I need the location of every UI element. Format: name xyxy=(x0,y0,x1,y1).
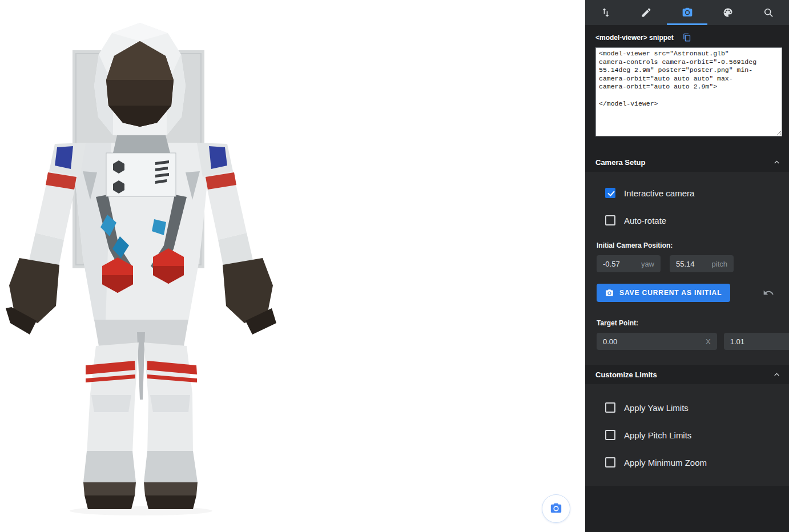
section-title: Customize Limits xyxy=(595,370,772,379)
viewport-canvas[interactable] xyxy=(0,0,585,532)
camera-icon xyxy=(682,7,693,18)
target-y-field[interactable]: Y xyxy=(724,333,789,350)
spacer xyxy=(585,136,789,152)
search-icon xyxy=(763,7,774,18)
checkbox-label: Interactive camera xyxy=(624,188,694,198)
pitch-input[interactable] xyxy=(676,260,710,268)
apply-yaw-limits-row[interactable]: Apply Yaw Limits xyxy=(585,401,789,414)
checkbox-label: Apply Yaw Limits xyxy=(624,403,689,413)
snippet-label: <model-viewer> snippet xyxy=(595,34,674,42)
interactive-camera-checkbox[interactable] xyxy=(605,188,615,198)
snippet-code-textarea[interactable]: <model-viewer src="Astronaut.glb" camera… xyxy=(595,47,782,136)
apply-minimum-zoom-row[interactable]: Apply Minimum Zoom xyxy=(585,456,789,469)
app: <model-viewer> snippet <model-viewer src… xyxy=(0,0,789,532)
auto-rotate-checkbox[interactable] xyxy=(605,215,615,225)
checkbox-label: Apply Minimum Zoom xyxy=(624,458,707,467)
copy-icon xyxy=(683,33,691,42)
pitch-suffix: pitch xyxy=(712,260,727,268)
camera-setup-body: Interactive camera Auto-rotate Initial C… xyxy=(585,172,789,365)
yaw-input[interactable] xyxy=(603,260,639,268)
save-row: SAVE CURRENT AS INITIAL xyxy=(597,284,778,302)
camera-fab-button[interactable] xyxy=(542,494,570,523)
palette-icon xyxy=(722,7,734,18)
auto-rotate-row[interactable]: Auto-rotate xyxy=(585,214,789,227)
tab-file-controls[interactable] xyxy=(585,0,626,25)
camera-setup-header[interactable]: Camera Setup xyxy=(585,152,789,172)
panel-toolbar xyxy=(585,0,789,25)
target-x-input[interactable] xyxy=(603,337,703,346)
target-y-input[interactable] xyxy=(730,337,789,346)
initial-camera-position-fields: yaw pitch xyxy=(597,255,778,272)
section-title: Camera Setup xyxy=(595,158,772,167)
target-x-field[interactable]: X xyxy=(597,333,717,350)
import-export-icon xyxy=(600,7,611,18)
pencil-icon xyxy=(641,7,652,18)
target-x-suffix: X xyxy=(706,337,711,346)
target-point-label: Target Point: xyxy=(597,319,778,327)
pitch-field[interactable]: pitch xyxy=(670,255,734,272)
apply-yaw-limits-checkbox[interactable] xyxy=(605,402,615,413)
apply-minimum-zoom-checkbox[interactable] xyxy=(605,457,615,467)
tab-inspector[interactable] xyxy=(748,0,789,25)
interactive-camera-row[interactable]: Interactive camera xyxy=(585,187,789,199)
undo-icon xyxy=(763,287,774,299)
tab-edit[interactable] xyxy=(626,0,666,25)
apply-pitch-limits-row[interactable]: Apply Pitch Limits xyxy=(585,429,789,441)
customize-limits-body: Apply Yaw Limits Apply Pitch Limits Appl… xyxy=(585,384,789,486)
chevron-up-icon[interactable] xyxy=(772,158,781,167)
camera-icon xyxy=(550,502,562,515)
checkbox-label: Auto-rotate xyxy=(624,216,666,225)
target-point-fields: X Y Z xyxy=(597,333,778,350)
checkbox-label: Apply Pitch Limits xyxy=(624,430,691,440)
yaw-suffix: yaw xyxy=(641,260,654,268)
customize-limits-header[interactable]: Customize Limits xyxy=(585,365,789,384)
camera-icon xyxy=(605,289,614,297)
tab-camera[interactable] xyxy=(667,0,707,25)
copy-snippet-button[interactable] xyxy=(683,33,691,42)
apply-pitch-limits-checkbox[interactable] xyxy=(605,430,615,440)
editor-panel: <model-viewer> snippet <model-viewer src… xyxy=(585,0,789,532)
initial-camera-position-label: Initial Camera Position: xyxy=(597,241,778,249)
save-button-label: SAVE CURRENT AS INITIAL xyxy=(619,289,722,297)
undo-button[interactable] xyxy=(763,287,774,299)
save-current-as-initial-button[interactable]: SAVE CURRENT AS INITIAL xyxy=(597,284,730,302)
yaw-field[interactable]: yaw xyxy=(597,255,661,272)
snippet-header: <model-viewer> snippet xyxy=(595,33,779,42)
chevron-up-icon[interactable] xyxy=(772,370,781,379)
tab-materials[interactable] xyxy=(707,0,748,25)
astronaut-model[interactable] xyxy=(0,0,285,532)
